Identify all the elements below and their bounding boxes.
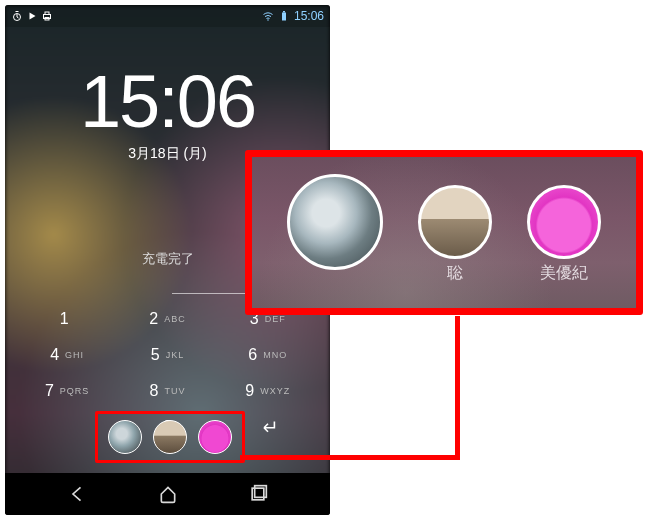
svg-rect-2 [45,12,49,15]
nav-home-icon[interactable] [158,484,178,504]
user-2[interactable]: 聡 [418,185,492,281]
callout-connector [240,455,460,460]
play-icon [26,10,38,22]
key-4[interactable]: 4GHI [17,337,117,373]
key-9[interactable]: 9WXYZ [218,373,318,409]
user-avatar-2[interactable] [153,420,187,454]
callout-row: 聡 美優紀 [252,157,636,308]
clock-sep: : [158,60,177,143]
nav-back-icon[interactable] [68,484,88,504]
printer-icon [41,10,53,22]
user-avatar-large-2 [418,185,492,259]
navigation-bar [5,473,330,515]
key-8[interactable]: 8TUV [117,373,217,409]
clock-time: 15:06 [5,65,330,139]
stopwatch-icon [11,10,23,22]
user-1[interactable] [287,174,383,292]
status-time: 15:06 [294,9,324,23]
user-switcher-highlight [95,411,245,463]
user-name-2: 聡 [447,263,463,281]
nav-recent-icon[interactable] [248,484,268,504]
user-avatar-large-3 [527,185,601,259]
user-avatar-large-1 [287,174,383,270]
clock-minutes: 06 [177,60,255,143]
key-7[interactable]: 7PQRS [17,373,117,409]
user-3[interactable]: 美優紀 [527,185,601,281]
user-avatar-3[interactable] [198,420,232,454]
user-switcher-callout: 聡 美優紀 [245,150,643,315]
svg-rect-6 [283,11,285,13]
user-avatar-1[interactable] [108,420,142,454]
wifi-icon [262,10,274,22]
status-bar: 15:06 [5,5,330,27]
lockscreen-clock: 15:06 3月18日 (月) [5,65,330,163]
svg-rect-5 [282,13,286,21]
callout-connector [455,316,460,458]
key-2[interactable]: 2ABC [117,301,217,337]
battery-icon [278,10,290,22]
user-name-3: 美優紀 [540,263,588,281]
status-right: 15:06 [262,9,324,23]
key-6[interactable]: 6MNO [218,337,318,373]
key-5[interactable]: 5JKL [117,337,217,373]
svg-point-4 [267,19,269,21]
key-1[interactable]: 1 [17,301,117,337]
clock-hours: 15 [80,60,158,143]
status-left [11,10,53,22]
